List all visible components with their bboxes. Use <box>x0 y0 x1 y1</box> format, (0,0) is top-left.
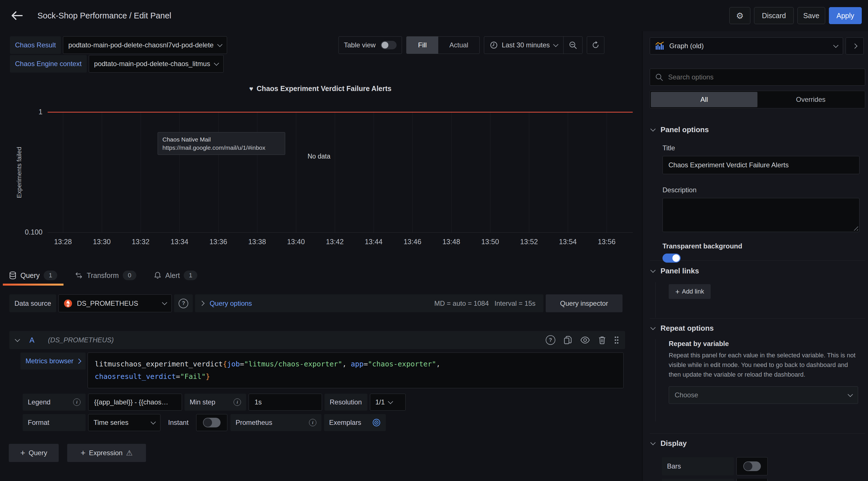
expression-token: app <box>351 360 364 368</box>
filter-tab-overrides[interactable]: Overrides <box>757 92 864 107</box>
panel-links-header[interactable]: Panel links <box>651 267 699 275</box>
save-button[interactable]: Save <box>798 7 825 24</box>
zoom-out-button[interactable] <box>563 37 582 54</box>
chart-plot-area[interactable] <box>48 112 633 233</box>
chevron-down-icon <box>847 392 853 397</box>
max-data-points-info: MD = auto = 1084 <box>434 300 489 307</box>
expression-token: litmuschaos_experiment_verdict <box>95 360 223 368</box>
chevron-down-icon <box>833 42 838 48</box>
panel-title-input-box[interactable] <box>662 156 860 174</box>
trash-icon[interactable] <box>598 336 606 344</box>
apply-button[interactable]: Apply <box>829 7 862 24</box>
table-view-toggle[interactable]: Table view <box>338 36 402 54</box>
transparent-background-switch[interactable] <box>662 253 681 263</box>
actual-option[interactable]: Actual <box>438 37 479 54</box>
add-expression-button[interactable]: + Expression ⚠ <box>67 444 146 462</box>
title-label: Title <box>662 144 860 152</box>
bars-label: Bars <box>662 457 734 475</box>
tab-alert[interactable]: Alert 1 <box>148 265 204 285</box>
bars-label-text: Bars <box>667 462 681 470</box>
resize-handle[interactable] <box>854 226 858 231</box>
variable-label: Chaos Result <box>10 36 61 54</box>
table-view-switch[interactable] <box>381 41 397 49</box>
bars-switch[interactable] <box>743 461 761 471</box>
chevron-down-icon <box>214 60 219 65</box>
viz-name: Graph (old) <box>669 42 704 50</box>
warning-icon: ⚠ <box>126 449 132 457</box>
data-source-help-button[interactable]: ? <box>174 294 193 312</box>
grafana-edit-panel: Sock-Shop Performance / Edit Panel ⚙ Dis… <box>0 0 868 481</box>
no-data-text: No data <box>308 153 331 160</box>
query-options-row: Data source DS_PROMETHEUS ? Query option… <box>9 294 622 312</box>
add-link-button[interactable]: + Add link <box>669 284 711 299</box>
min-step-input-field[interactable] <box>254 398 317 407</box>
heart-icon: ♥ <box>249 85 253 93</box>
instant-label-text: Instant <box>168 419 188 426</box>
graph-viz-icon <box>655 42 665 50</box>
panel-header[interactable]: ♥ Chaos Experiment Verdict Failure Alert… <box>0 85 641 93</box>
help-icon[interactable]: ? <box>546 335 555 345</box>
refresh-button[interactable] <box>587 36 604 54</box>
add-query-button[interactable]: + Query <box>9 444 59 462</box>
discard-button[interactable]: Discard <box>754 7 794 24</box>
filter-tab-all[interactable]: All <box>651 92 757 107</box>
viz-picker[interactable]: Graph (old) <box>650 37 843 55</box>
transform-icon <box>75 271 83 279</box>
tab-transform[interactable]: Transform 0 <box>69 265 143 285</box>
drag-handle-icon[interactable] <box>614 336 619 344</box>
instant-switch[interactable] <box>203 418 221 427</box>
time-range-picker[interactable]: Last 30 minutes <box>484 37 563 54</box>
resolution-select[interactable]: 1/1 <box>370 394 406 411</box>
panel-link-tooltip[interactable]: Chaos Native Mail https://mail.google.co… <box>158 132 285 155</box>
duplicate-icon[interactable] <box>564 336 572 344</box>
description-textarea[interactable] <box>668 201 854 228</box>
panel-settings-button[interactable]: ⚙ <box>730 7 750 24</box>
options-filter-tabs: All Overrides <box>650 91 865 108</box>
min-step-input[interactable] <box>249 394 322 411</box>
description-textarea-box[interactable] <box>662 198 860 232</box>
x-tick-label: 13:34 <box>170 238 188 246</box>
x-tick-label: 13:48 <box>442 238 460 246</box>
data-source-picker[interactable]: DS_PROMETHEUS <box>58 294 172 312</box>
tab-query[interactable]: Query 1 <box>3 265 63 285</box>
query-a-header[interactable]: A (DS_PROMETHEUS) ? <box>9 331 625 349</box>
fill-option[interactable]: Fill <box>406 37 438 54</box>
query-ref-id: A <box>29 336 34 344</box>
exemplars-eye-icon[interactable] <box>372 418 381 427</box>
metrics-browser-button[interactable]: Metrics browser <box>21 353 86 369</box>
panel-options-header[interactable]: Panel options <box>651 125 709 134</box>
repeat-options-heading: Repeat options <box>660 324 714 333</box>
back-button[interactable] <box>11 10 23 21</box>
options-search-input[interactable] <box>668 73 860 81</box>
panel-title: Chaos Experiment Verdict Failure Alerts <box>256 85 392 93</box>
query-editor-row: Metrics browser litmuschaos_experiment_v… <box>21 353 624 388</box>
plus-icon: + <box>21 448 26 458</box>
variable-value-dropdown[interactable]: podtato-main-pod-delete-chaosnl7vd-pod-d… <box>63 36 227 54</box>
repeat-variable-select[interactable]: Choose <box>669 386 858 404</box>
query-inspector-button[interactable]: Query inspector <box>546 294 622 312</box>
repeat-options-header[interactable]: Repeat options <box>651 324 714 333</box>
display-header[interactable]: Display <box>651 439 687 448</box>
interval-info: Interval = 15s <box>494 300 535 307</box>
expression-token: { <box>223 360 227 368</box>
options-search[interactable] <box>650 69 865 86</box>
expression-token: = <box>364 360 368 368</box>
legend-input[interactable] <box>88 394 182 411</box>
panel-title-input[interactable] <box>668 161 854 169</box>
bars-row: Bars <box>662 457 768 475</box>
chevron-down-icon <box>650 267 655 273</box>
x-tick-label: 13:40 <box>287 238 305 246</box>
chevron-down-icon <box>650 325 655 330</box>
promql-expression-input[interactable]: litmuschaos_experiment_verdict{job="litm… <box>88 353 624 388</box>
eye-icon[interactable] <box>580 337 590 343</box>
variable-value-dropdown[interactable]: podtato-main-pod-delete-chaos_litmus <box>89 55 224 72</box>
query-options-bar[interactable]: Query options MD = auto = 1084 Interval … <box>195 294 544 312</box>
repeat-options-body: Repeat by variable Repeat this panel for… <box>669 340 858 404</box>
view-toolbar: Table view Fill Actual Last 30 minutes <box>338 36 604 54</box>
format-select[interactable]: Time series <box>88 414 160 431</box>
gridline <box>257 112 257 233</box>
plus-icon: + <box>675 287 680 296</box>
collapse-options-button[interactable] <box>846 37 864 55</box>
panel-options-body: Title Description Transparent background <box>662 144 860 264</box>
legend-input-field[interactable] <box>94 398 177 407</box>
